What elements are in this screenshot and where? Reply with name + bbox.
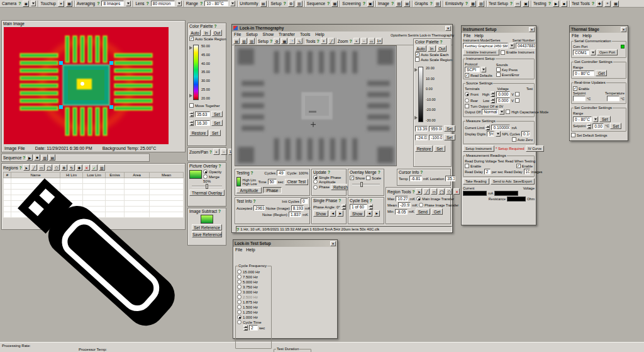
help-icon[interactable] — [236, 227, 239, 232]
palette-low-field[interactable]: 16.30 — [195, 120, 210, 126]
help-icon[interactable] — [510, 1, 513, 6]
clear-test-button[interactable]: Clear Test — [285, 179, 308, 185]
chevron-down-icon[interactable] — [593, 116, 598, 122]
freq-radio-2[interactable] — [237, 280, 242, 284]
uniformity-icon[interactable]: ▤ — [260, 1, 267, 7]
auto-button[interactable]: Auto — [189, 30, 201, 36]
cycle-position-field[interactable]: 1 of 60 — [350, 204, 367, 210]
help-icon[interactable] — [328, 170, 330, 174]
emissivity-icon-2[interactable]: ▨ — [478, 1, 484, 7]
single-phase-radio[interactable] — [313, 175, 318, 179]
close-icon[interactable]: ✕ — [621, 27, 626, 32]
cycles-field[interactable]: 49 — [277, 170, 286, 176]
next-icon[interactable]: ► — [337, 210, 343, 217]
out-button[interactable]: Out — [212, 30, 222, 36]
polygon-icon[interactable]: ⬠ — [446, 188, 452, 195]
amplitude-button[interactable]: Amplitude — [236, 187, 262, 193]
cycle-time-spinner[interactable] — [243, 325, 248, 331]
read-delay-2-field[interactable]: 10 — [524, 169, 530, 174]
zoom-in-icon[interactable]: + — [213, 149, 219, 155]
stage-menu-file[interactable]: File — [572, 33, 579, 38]
chevron-down-icon[interactable] — [496, 131, 501, 137]
open-icon[interactable]: ▧ — [241, 38, 247, 44]
amplitude-radio[interactable] — [313, 179, 318, 184]
stage-menu-help[interactable]: Help — [582, 33, 591, 38]
help-icon[interactable] — [214, 24, 217, 28]
help-icon[interactable] — [363, 1, 365, 6]
restore-button[interactable]: Restore — [189, 130, 208, 136]
help-icon[interactable] — [200, 1, 203, 6]
show-button[interactable]: Show — [313, 210, 328, 217]
testsetup-menu-file[interactable]: File — [235, 247, 242, 252]
subtract-thumbnail[interactable] — [201, 215, 213, 224]
lockin-menu-tools[interactable]: Tools — [300, 32, 310, 37]
auto-scale-region-checkbox[interactable] — [189, 37, 194, 41]
help-icon[interactable] — [218, 209, 221, 213]
next-icon[interactable]: ► — [374, 210, 380, 217]
setup-instrument-button[interactable]: Setup Instrument — [463, 145, 494, 152]
palette-high-field[interactable]: 35.63 — [195, 111, 210, 117]
freq-radio-7[interactable] — [237, 305, 242, 309]
zoom-in-icon[interactable]: + — [353, 38, 360, 44]
close-icon[interactable]: ✕ — [529, 27, 535, 32]
main-image-transfer-radio[interactable] — [416, 196, 421, 201]
test-tools-icon-1[interactable]: ✚ — [596, 1, 602, 7]
lockin-menu-show[interactable]: Show — [263, 32, 274, 37]
send-button[interactable]: Send — [416, 208, 430, 215]
low-field-2[interactable]: -100.00 — [429, 135, 443, 140]
lockin-ruler-icon[interactable]: ╱ — [328, 38, 335, 44]
lockin-gear-icon[interactable]: ⚙ — [274, 38, 280, 44]
delete-icon[interactable]: ✕ — [453, 188, 460, 195]
show-button[interactable]: Show — [350, 210, 365, 217]
set-high-button[interactable]: Set — [211, 111, 223, 117]
low-voltage-spinner[interactable] — [491, 98, 495, 103]
realtime-enable-checkbox[interactable] — [573, 86, 577, 91]
help-icon[interactable] — [270, 39, 272, 43]
freq-radio-6[interactable] — [237, 300, 242, 304]
freq-radio-8[interactable] — [237, 310, 242, 314]
zoom-out-icon[interactable]: − — [221, 149, 227, 155]
set-low-button[interactable]: Set — [444, 134, 455, 140]
high-test-checkbox[interactable] — [515, 92, 519, 96]
high-capacitance-checkbox[interactable] — [506, 110, 510, 114]
cycle-time-field[interactable]: 2 — [249, 325, 258, 331]
image-open-icon[interactable]: ▧ — [396, 1, 402, 7]
read-delay-1-field[interactable]: 2 — [484, 169, 491, 174]
turn-output-off-checkbox[interactable] — [465, 104, 469, 108]
chevron-down-icon[interactable] — [230, 1, 235, 6]
open-port-button[interactable]: Open Port — [597, 49, 618, 55]
overlay-show-checkbox[interactable] — [350, 176, 354, 180]
setup-gear-icon[interactable]: ⚙ — [288, 1, 294, 7]
merge-radio[interactable] — [203, 174, 208, 179]
palette-high-marker[interactable] — [189, 46, 192, 50]
thermal-stage-titlebar[interactable]: Thermal Stage ✕ — [570, 26, 628, 33]
opacity-radio[interactable] — [203, 169, 208, 174]
phase-radio[interactable] — [313, 185, 318, 190]
prev-icon[interactable]: ◄ — [366, 210, 372, 217]
lockin-colorbar[interactable] — [418, 67, 423, 122]
close-icon[interactable]: ✕ — [330, 241, 336, 246]
close-icon[interactable]: ✕ — [445, 26, 451, 31]
auto-button[interactable]: Auto — [415, 45, 426, 52]
zoom-fit-icon[interactable]: ▭ — [369, 38, 375, 44]
lockin-image[interactable] — [235, 45, 397, 166]
set-setpoint-button[interactable]: Set — [610, 123, 621, 129]
help-icon[interactable] — [97, 1, 99, 6]
palette-colorbar[interactable] — [193, 45, 199, 100]
lockin-wave-icon[interactable]: ∿ — [296, 38, 303, 44]
testing-icon-1[interactable]: ▶ — [553, 1, 559, 7]
help-icon[interactable] — [218, 164, 221, 168]
move-together-checkbox[interactable] — [189, 103, 194, 108]
lockin-phase-icon[interactable]: ◔ — [289, 38, 295, 44]
screening-icon[interactable]: ▣ — [367, 1, 374, 7]
overlay-scale-checkbox[interactable] — [366, 176, 370, 180]
graphs-icon[interactable]: ▥ — [435, 1, 441, 7]
read-testing-enable-checkbox[interactable] — [516, 164, 521, 168]
palette-low-marker[interactable] — [189, 94, 192, 98]
help-icon[interactable] — [349, 39, 352, 43]
lens-select[interactable]: 80 micron — [151, 1, 175, 6]
chevron-down-icon[interactable] — [31, 1, 36, 6]
output-off-select[interactable]: Normal — [482, 109, 498, 115]
npl-cycles-field[interactable]: 0.10 — [521, 131, 530, 137]
lockin-menu-file[interactable]: File — [234, 32, 241, 37]
